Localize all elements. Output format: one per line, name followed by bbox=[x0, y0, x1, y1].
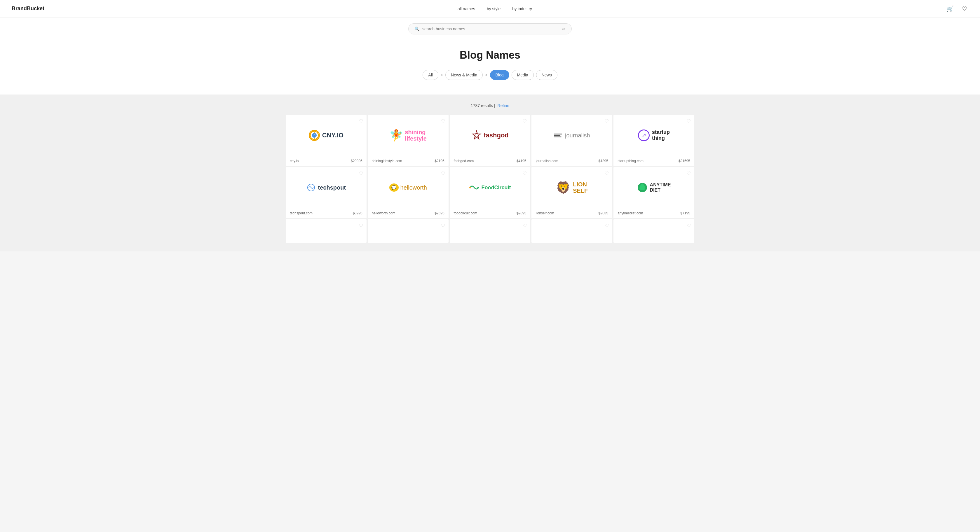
card-logo-fashgod: fashgod bbox=[450, 115, 531, 156]
card-price: $21595 bbox=[679, 159, 690, 163]
card-price: $2195 bbox=[434, 159, 444, 163]
card-logo-shining: 🧚 shining lifestyle bbox=[368, 115, 449, 156]
cards-grid: ♡ CNY.IO cny.io bbox=[286, 115, 694, 243]
card-logo-foodcircuit: FoodCircuit bbox=[450, 167, 531, 208]
favorite-button[interactable]: ♡ bbox=[523, 223, 527, 229]
favorite-button[interactable]: ♡ bbox=[523, 171, 527, 176]
search-input[interactable] bbox=[422, 27, 559, 31]
favorite-button[interactable]: ♡ bbox=[605, 171, 609, 176]
favorite-button[interactable]: ♡ bbox=[687, 223, 691, 229]
card-row3-4[interactable]: ♡ bbox=[531, 219, 612, 243]
nav-by-industry[interactable]: by industry bbox=[512, 6, 532, 11]
filter-media[interactable]: Media bbox=[512, 70, 534, 80]
card-domain: fashgod.com bbox=[454, 159, 474, 163]
filter-pills: All > News & Media > Blog Media News bbox=[0, 70, 980, 86]
card-footer: techspout.com $3995 bbox=[286, 208, 367, 218]
card-logo-empty bbox=[531, 219, 612, 237]
main-nav: all names by style by industry bbox=[458, 6, 532, 11]
refine-link[interactable]: Refine bbox=[498, 103, 509, 108]
card-price: $4195 bbox=[517, 159, 526, 163]
card-price: $2695 bbox=[434, 211, 444, 215]
wishlist-button[interactable]: ♡ bbox=[961, 4, 968, 13]
card-domain: lionself.com bbox=[536, 211, 554, 215]
card-footer: shininglifestyle.com $2195 bbox=[368, 156, 449, 166]
card-journalish[interactable]: ♡ journalish journalish.com $1395 bbox=[531, 115, 612, 166]
favorite-button[interactable]: ♡ bbox=[687, 171, 691, 176]
favorite-button[interactable]: ♡ bbox=[441, 118, 445, 124]
card-footer: journalish.com $1395 bbox=[531, 156, 612, 166]
card-row3-1[interactable]: ♡ bbox=[286, 219, 367, 243]
card-techspout[interactable]: ♡ techspout techspout.com $3995 bbox=[286, 167, 367, 218]
nav-all-names[interactable]: all names bbox=[458, 6, 475, 11]
results-section: 1787 results | Refine ♡ bbox=[0, 95, 980, 251]
svg-point-1 bbox=[312, 133, 317, 138]
favorite-button[interactable]: ♡ bbox=[359, 118, 363, 124]
favorite-button[interactable]: ♡ bbox=[441, 223, 445, 229]
card-lionself[interactable]: ♡ 🦁 LION SELF lionself.com $2035 bbox=[531, 167, 612, 218]
card-logo-empty bbox=[450, 219, 531, 237]
card-cny-io[interactable]: ♡ CNY.IO cny.io bbox=[286, 115, 367, 166]
card-domain: startupthing.com bbox=[617, 159, 644, 163]
svg-point-7 bbox=[477, 187, 479, 188]
cart-button[interactable]: 🛒 bbox=[945, 4, 955, 13]
nav-by-style[interactable]: by style bbox=[487, 6, 501, 11]
card-domain: cny.io bbox=[290, 159, 299, 163]
card-fashgod[interactable]: ♡ fashgod fashgod.com $4195 bbox=[450, 115, 531, 166]
card-helloworth[interactable]: ♡ 💬 helloworth helloworth.com $2695 bbox=[368, 167, 449, 218]
filter-news-media[interactable]: News & Media bbox=[445, 70, 483, 80]
card-startupthing[interactable]: ♡ ↗ startup thing startupthing.com $2159… bbox=[613, 115, 694, 166]
card-footer: foodcircuit.com $2895 bbox=[450, 208, 531, 218]
filter-all[interactable]: All bbox=[423, 70, 438, 80]
results-count: 1787 results | Refine bbox=[6, 103, 974, 108]
card-row3-3[interactable]: ♡ bbox=[450, 219, 531, 243]
card-footer: lionself.com $2035 bbox=[531, 208, 612, 218]
favorite-button[interactable]: ♡ bbox=[359, 223, 363, 229]
svg-point-4 bbox=[475, 133, 478, 137]
card-footer: cny.io $29995 bbox=[286, 156, 367, 166]
card-logo-empty bbox=[286, 219, 367, 237]
card-price: $1395 bbox=[598, 159, 608, 163]
filter-icon[interactable]: ⇌ bbox=[562, 27, 566, 31]
favorite-button[interactable]: ♡ bbox=[523, 118, 527, 124]
card-logo-journalish: journalish bbox=[531, 115, 612, 156]
svg-point-6 bbox=[469, 187, 471, 188]
header-icons: 🛒 ♡ bbox=[945, 4, 968, 13]
filter-blog[interactable]: Blog bbox=[490, 70, 509, 80]
search-section: 🔍 ⇌ bbox=[0, 17, 980, 37]
card-logo-empty bbox=[368, 219, 449, 237]
favorite-button[interactable]: ♡ bbox=[687, 118, 691, 124]
card-logo-empty bbox=[613, 219, 694, 237]
card-row3-2[interactable]: ♡ bbox=[368, 219, 449, 243]
search-icon: 🔍 bbox=[414, 27, 419, 31]
card-row3-5[interactable]: ♡ bbox=[613, 219, 694, 243]
card-foodcircuit[interactable]: ♡ FoodCircuit foodcircuit.com $2895 bbox=[450, 167, 531, 218]
card-footer: helloworth.com $2695 bbox=[368, 208, 449, 218]
card-domain: anytimediet.com bbox=[617, 211, 643, 215]
card-domain: foodcircuit.com bbox=[454, 211, 477, 215]
card-shining-lifestyle[interactable]: ♡ 🧚 shining lifestyle shininglifestyle.c… bbox=[368, 115, 449, 166]
card-logo-helloworth: 💬 helloworth bbox=[368, 167, 449, 208]
card-logo-cny: CNY.IO bbox=[286, 115, 367, 156]
favorite-button[interactable]: ♡ bbox=[441, 171, 445, 176]
card-price: $7195 bbox=[681, 211, 690, 215]
breadcrumb-sep-1: > bbox=[441, 73, 443, 77]
favorite-button[interactable]: ♡ bbox=[605, 118, 609, 124]
card-logo-techspout: techspout bbox=[286, 167, 367, 208]
search-bar-container: 🔍 ⇌ bbox=[408, 23, 572, 35]
brand-logo[interactable]: BrandBucket bbox=[12, 6, 45, 12]
card-footer: anytimediet.com $7195 bbox=[613, 208, 694, 218]
header: BrandBucket all names by style by indust… bbox=[0, 0, 980, 17]
filter-news[interactable]: News bbox=[536, 70, 557, 80]
card-anytimediet[interactable]: ♡ ANYTIME DIET anytimediet.com $7195 bbox=[613, 167, 694, 218]
card-domain: shininglifestyle.com bbox=[372, 159, 402, 163]
card-logo-startup: ↗ startup thing bbox=[613, 115, 694, 156]
card-domain: techspout.com bbox=[290, 211, 313, 215]
favorite-button[interactable]: ♡ bbox=[359, 171, 363, 176]
card-footer: startupthing.com $21595 bbox=[613, 156, 694, 166]
card-price: $2895 bbox=[517, 211, 526, 215]
card-logo-lionself: 🦁 LION SELF bbox=[531, 167, 612, 208]
favorite-button[interactable]: ♡ bbox=[605, 223, 609, 229]
card-domain: helloworth.com bbox=[372, 211, 395, 215]
card-footer: fashgod.com $4195 bbox=[450, 156, 531, 166]
card-price: $29995 bbox=[351, 159, 363, 163]
